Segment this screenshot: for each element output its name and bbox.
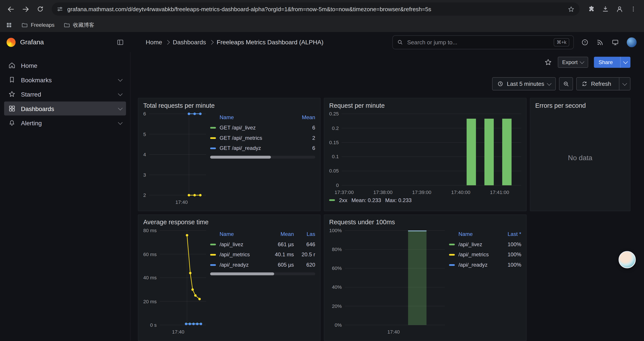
bookmark-label: Freeleaps <box>31 22 54 28</box>
plot-area[interactable] <box>342 111 521 188</box>
extensions-icon[interactable] <box>588 5 595 13</box>
export-button[interactable]: Export <box>558 56 588 68</box>
share-label[interactable]: Share <box>594 56 617 68</box>
chevron-right-icon <box>165 40 170 44</box>
dashboards-grid-icon <box>8 105 16 112</box>
panel-title[interactable]: Total requests per minute <box>143 102 316 109</box>
y-axis-labels: 80 ms60 ms40 ms20 ms0 s <box>143 228 160 327</box>
chevron-down-icon <box>622 81 627 86</box>
legend-header-name[interactable]: Name <box>449 231 495 237</box>
sidebar-item-bookmarks[interactable]: Bookmarks <box>4 73 126 87</box>
legend-scrollbar[interactable] <box>210 272 315 275</box>
chevron-down-icon[interactable] <box>118 91 122 96</box>
series-name[interactable]: GET /api/_metrics <box>220 135 262 141</box>
x-axis-labels: 17:37:0017:38:0017:39:0017:40:0017:41:00 <box>329 188 521 195</box>
chevron-down-icon[interactable] <box>118 120 122 124</box>
kiosk-monitor-icon[interactable] <box>612 38 619 46</box>
bell-icon <box>8 119 16 127</box>
screen: grafana.mathmast.com/d/deytv4rwavabkb/fr… <box>0 0 644 341</box>
series-name[interactable]: GET /api/_readyz <box>220 145 261 151</box>
plot-area[interactable] <box>149 111 206 197</box>
legend-header-last[interactable]: Las <box>297 231 315 237</box>
header-icons: ? <box>581 37 644 47</box>
series-name[interactable]: /api/_livez <box>458 241 482 247</box>
series-name[interactable]: /api/_metrics <box>220 251 250 258</box>
chevron-down-icon[interactable] <box>118 106 122 110</box>
back-button[interactable] <box>4 3 17 16</box>
user-avatar[interactable] <box>627 37 636 47</box>
search-box[interactable]: ⌘+k <box>392 35 574 49</box>
refresh-label: Refresh <box>591 81 611 87</box>
legend-header-mean[interactable]: Mean <box>268 231 294 237</box>
bookmark-star-icon[interactable] <box>568 6 575 13</box>
bookmark-item-blogs[interactable]: 收藏博客 <box>64 21 94 29</box>
plot-area[interactable] <box>160 228 206 327</box>
panel-title[interactable]: Request per minute <box>329 102 521 109</box>
legend-scrollbar[interactable] <box>210 156 315 159</box>
panel-title[interactable]: Average response time <box>143 219 316 226</box>
refresh-button[interactable]: Refresh <box>577 78 616 90</box>
bookmark-item-freeleaps[interactable]: Freeleaps <box>21 22 54 28</box>
star-icon <box>8 90 16 98</box>
site-settings-icon[interactable] <box>56 6 63 12</box>
news-rss-icon[interactable] <box>596 38 604 46</box>
chevron-down-icon[interactable] <box>118 77 122 81</box>
reload-button[interactable] <box>34 3 47 16</box>
series-mean: 2 <box>292 135 315 141</box>
browser-chrome: grafana.mathmast.com/d/deytv4rwavabkb/fr… <box>0 0 644 33</box>
series-last: 646 <box>297 241 315 247</box>
panel-title[interactable]: Errors per second <box>535 102 625 109</box>
grafana-logo[interactable] <box>6 38 16 47</box>
series-swatch <box>210 147 216 149</box>
bar-chart: 100%80%60%40%20%0% 17:40 <box>329 228 445 335</box>
series-swatch <box>449 254 455 255</box>
panel-title[interactable]: Requests under 100ms <box>329 219 521 226</box>
legend-header-name[interactable]: Name <box>210 231 264 237</box>
url-text[interactable]: grafana.mathmast.com/d/deytv4rwavabkb/fr… <box>67 6 564 12</box>
plot-area[interactable] <box>344 228 445 327</box>
time-range-picker[interactable]: Last 5 minutes <box>492 77 556 90</box>
legend-header-name[interactable]: Name <box>210 114 289 121</box>
favorite-star-icon[interactable] <box>544 58 552 66</box>
sidebar-item-alerting[interactable]: Alerting <box>4 116 126 130</box>
refresh-interval-button[interactable] <box>619 78 630 90</box>
legend-row: /api/_livez 661 µs 646 <box>210 239 315 249</box>
share-menu-button[interactable] <box>620 56 630 68</box>
search-input[interactable] <box>406 38 554 46</box>
profile-icon[interactable] <box>616 5 624 13</box>
time-range-label: Last 5 minutes <box>507 81 544 87</box>
apps-grid-icon[interactable] <box>6 22 12 28</box>
series-swatch <box>210 243 216 245</box>
scrollbar-thumb[interactable] <box>210 272 274 275</box>
assistant-avatar-widget[interactable] <box>618 251 636 268</box>
breadcrumb-dashboards[interactable]: Dashboards <box>173 39 206 46</box>
legend-header-last[interactable]: Last * <box>498 231 521 237</box>
sidebar-item-home[interactable]: Home <box>4 58 126 72</box>
no-data-message: No data <box>535 111 625 205</box>
downloads-icon[interactable] <box>602 5 609 13</box>
series-name[interactable]: /api/_readyz <box>458 262 488 268</box>
bookmark-icon <box>8 76 16 83</box>
help-icon[interactable]: ? <box>581 38 588 46</box>
legend-row: /api/_readyz 605 µs 620 <box>210 260 315 270</box>
sidebar-item-starred[interactable]: Starred <box>4 87 126 101</box>
series-name[interactable]: GET /api/_livez <box>220 124 256 131</box>
series-name[interactable]: 2xx <box>339 197 348 203</box>
y-axis-labels: 100%80%60%40%20%0% <box>329 228 345 327</box>
zoom-out-button[interactable] <box>559 77 573 90</box>
legend-header-mean[interactable]: Mean <box>292 114 315 121</box>
forward-button[interactable] <box>19 3 32 16</box>
series-mean: 6 <box>292 145 315 151</box>
series-name[interactable]: /api/_readyz <box>220 262 249 268</box>
scrollbar-thumb[interactable] <box>210 156 271 159</box>
series-name[interactable]: /api/_metrics <box>458 251 489 258</box>
breadcrumb-home[interactable]: Home <box>146 39 162 46</box>
address-bar[interactable]: grafana.mathmast.com/d/deytv4rwavabkb/fr… <box>52 3 580 16</box>
series-name[interactable]: /api/_livez <box>220 241 243 247</box>
sidebar-item-dashboards[interactable]: Dashboards <box>4 102 126 116</box>
sidebar-collapse-icon[interactable] <box>116 38 124 46</box>
chevron-down-icon <box>580 59 584 64</box>
share-button[interactable]: Share <box>594 56 630 68</box>
breadcrumb-current: Freeleaps Metrics Dashboard (ALPHA) <box>217 39 324 46</box>
menu-kebab-icon[interactable] <box>630 6 636 12</box>
